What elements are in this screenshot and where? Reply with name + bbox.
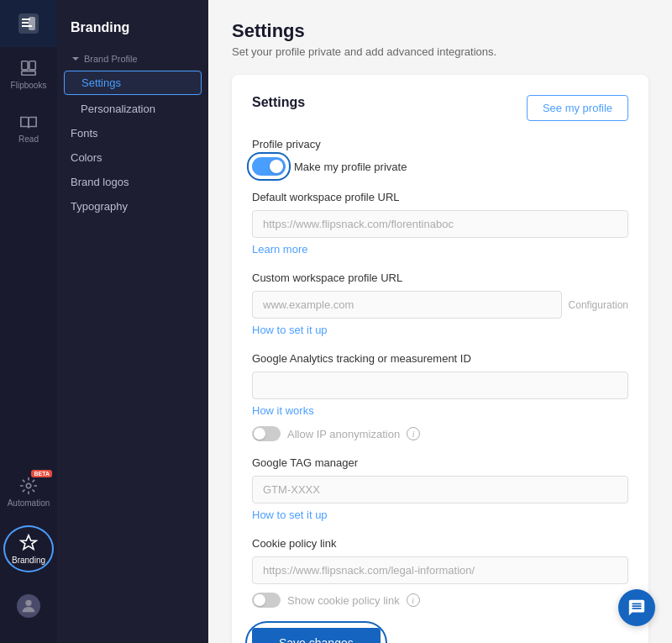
sidebar-item-automation[interactable]: BETA Automation [0,465,57,519]
main-content: Settings Set your profile private and ad… [208,0,672,643]
card-title: Settings [252,95,305,110]
chat-bubble[interactable] [618,589,655,626]
sidebar-item-automation-label: Automation [8,498,50,508]
default-url-label: Default workspace profile URL [252,191,628,203]
sidebar-item-avatar[interactable] [0,579,57,633]
custom-url-label: Custom workspace profile URL [252,271,628,284]
custom-url-section: Custom workspace profile URL Configurati… [252,271,628,337]
sidebar-item-read-label: Read [18,134,39,144]
nav-section-header: Brand Profile [57,49,208,69]
sidebar-item-flipbooks-label: Flipbooks [11,81,47,90]
ip-anonymization-toggle[interactable] [252,426,281,441]
profile-privacy-label: Profile privacy [252,138,628,150]
svg-rect-4 [22,71,36,75]
show-cookie-policy-row: Show cookie policy link i [252,593,628,608]
nav-panel: Branding Brand Profile Settings Personal… [57,0,208,643]
cookie-policy-info-icon[interactable]: i [407,593,420,607]
tag-manager-label: Google TAG manager [252,456,628,469]
svg-rect-2 [22,61,28,69]
svg-rect-3 [29,61,35,69]
nav-item-typography[interactable]: Typography [57,194,208,219]
custom-url-row: Configuration [252,291,628,319]
ip-anonymization-label: Allow IP anonymization [287,428,400,440]
show-cookie-policy-toggle[interactable] [252,593,281,608]
tag-manager-input[interactable] [252,476,628,503]
sidebar-item-branding-label: Branding [12,556,45,565]
profile-privacy-toggle-row: Make my profile private [252,157,628,176]
card-header: Settings See my profile [252,95,628,121]
nav-item-fonts[interactable]: Fonts [57,121,208,145]
sidebar-item-flipbooks[interactable]: Flipbooks [0,47,57,101]
configuration-label: Configuration [569,299,628,311]
profile-privacy-toggle[interactable] [252,157,286,176]
cookie-policy-section: Cookie policy link Show cookie policy li… [252,537,628,608]
profile-privacy-section: Profile privacy Make my profile private [252,138,628,176]
svg-point-6 [25,600,31,606]
how-it-works-link[interactable]: How it works [252,404,314,417]
custom-url-how-to-link[interactable]: How to set it up [252,324,328,336]
tag-manager-how-to-link[interactable]: How to set it up [252,509,328,521]
save-button-wrap: Save changes [252,628,628,643]
sidebar-item-read[interactable]: Read [0,101,57,155]
see-profile-button[interactable]: See my profile [527,95,628,121]
nav-panel-title: Branding [57,13,208,49]
analytics-section: Google Analytics tracking or measurement… [252,352,628,441]
ip-anonymization-info-icon[interactable]: i [407,427,420,440]
sidebar-item-branding[interactable]: Branding [0,522,57,576]
sidebar: Flipbooks Read BETA Automation Branding [0,0,57,643]
default-url-section: Default workspace profile URL Learn more [252,191,628,256]
nav-item-colors[interactable]: Colors [57,145,208,170]
sidebar-logo[interactable] [0,0,57,47]
settings-card: Settings See my profile Profile privacy … [232,75,648,643]
cookie-policy-label: Cookie policy link [252,537,628,550]
analytics-input[interactable] [252,372,628,399]
tag-manager-section: Google TAG manager How to set it up [252,456,628,522]
analytics-label: Google Analytics tracking or measurement… [252,352,628,365]
nav-item-brand-logos[interactable]: Brand logos [57,170,208,194]
default-url-input[interactable] [252,210,628,238]
page-title: Settings [232,20,648,42]
nav-item-settings[interactable]: Settings [64,71,202,95]
ip-anonymization-row: Allow IP anonymization i [252,426,628,441]
profile-privacy-toggle-label: Make my profile private [294,161,407,173]
beta-badge: BETA [31,470,52,477]
custom-url-input[interactable] [252,291,562,319]
nav-item-personalization[interactable]: Personalization [57,97,208,121]
save-changes-button[interactable]: Save changes [252,628,381,643]
svg-rect-1 [29,17,35,30]
learn-more-link[interactable]: Learn more [252,243,307,256]
page-subtitle: Set your profile private and add advance… [232,45,648,58]
cookie-policy-input[interactable] [252,556,628,584]
svg-point-5 [26,483,31,488]
show-cookie-policy-label: Show cookie policy link [287,594,400,607]
